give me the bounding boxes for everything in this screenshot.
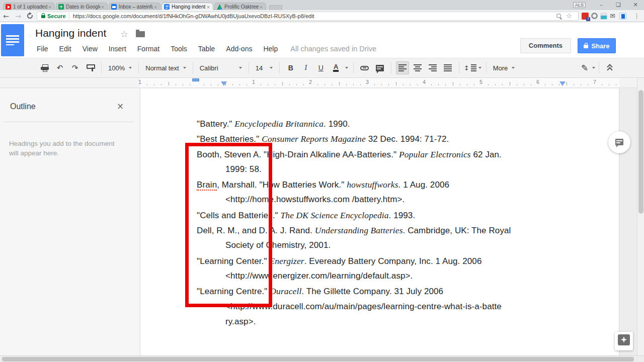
bibliography-line[interactable]: ry.asp>. xyxy=(197,314,511,329)
ruler-scale[interactable]: 11234567 xyxy=(140,78,619,87)
browser-tab[interactable]: Inbox – asteinfurth@alsp× xyxy=(109,3,160,11)
forward-icon: → xyxy=(12,12,24,20)
text-color-button[interactable]: A xyxy=(330,61,343,74)
insert-comment-button[interactable] xyxy=(373,61,386,74)
menu-addons[interactable]: Add-ons xyxy=(220,42,258,55)
extension-mail-icon[interactable]: ✉ xyxy=(610,13,617,20)
align-center-button[interactable] xyxy=(411,61,424,74)
redo-button[interactable]: ↷ xyxy=(68,61,82,74)
minimize-button[interactable]: – xyxy=(593,0,610,10)
font-size-select[interactable]: 14 xyxy=(253,61,276,74)
ruler[interactable]: 11234567 xyxy=(0,78,644,88)
tab-close-icon[interactable]: × xyxy=(259,5,264,10)
bookmark-star-icon[interactable]: ☆ xyxy=(566,12,572,20)
docs-home-icon[interactable] xyxy=(1,24,24,56)
horizontal-scrollbar-thumb[interactable] xyxy=(2,357,634,361)
menu-tools[interactable]: Tools xyxy=(165,42,193,55)
divider xyxy=(69,13,69,19)
extension-gear-icon[interactable] xyxy=(591,13,598,19)
menu-help[interactable]: Help xyxy=(258,42,283,55)
menu-format[interactable]: Format xyxy=(132,42,165,55)
citation-text: 32 Dec. 1994: 71-72. xyxy=(366,134,449,144)
extension-blue-icon[interactable] xyxy=(619,13,626,20)
citation-italic-text: howstuffworks xyxy=(347,179,398,190)
line-spacing-button[interactable]: ↕ xyxy=(464,61,481,74)
drive-icon xyxy=(217,4,222,10)
ruler-tick xyxy=(268,84,268,85)
paint-format-button[interactable] xyxy=(84,61,97,74)
url-text[interactable]: https://docs.google.com/document/d/1fNHk… xyxy=(73,13,314,19)
back-icon[interactable]: ← xyxy=(0,12,12,20)
star-document-icon[interactable]: ☆ xyxy=(120,29,128,39)
profile-badge[interactable]: ALS xyxy=(573,2,586,8)
bibliography-line[interactable]: "Battery." Encyclopedia Britannica. 1990… xyxy=(197,116,511,131)
browser-menu-icon[interactable]: ⋮ xyxy=(633,12,640,20)
editing-mode-button[interactable]: ✎ xyxy=(578,61,591,74)
menu-edit[interactable]: Edit xyxy=(54,42,77,55)
browser-tab[interactable]: Prolific Oaktree - Googl× xyxy=(214,3,266,11)
tab-close-icon[interactable]: × xyxy=(153,5,158,10)
menu-insert[interactable]: Insert xyxy=(103,42,132,55)
menu-file[interactable]: File xyxy=(31,42,54,55)
ruler-tick xyxy=(353,84,354,85)
browser-window: 1 of 1 uploaded - YouTu×Dates in Google … xyxy=(0,0,644,362)
divider xyxy=(193,62,193,73)
share-button[interactable]: Share xyxy=(578,38,616,53)
zoom-select[interactable]: 100% xyxy=(105,61,135,74)
left-indent-marker[interactable] xyxy=(221,81,227,86)
ruler-tick xyxy=(410,84,411,85)
close-button[interactable]: ✕ xyxy=(627,0,644,10)
secure-label[interactable]: Secure xyxy=(47,13,66,19)
explore-button[interactable] xyxy=(615,332,633,350)
address-bar[interactable]: Secure https://docs.google.com/document/… xyxy=(37,12,579,21)
tab-close-icon[interactable]: × xyxy=(47,5,52,10)
reload-icon[interactable] xyxy=(27,13,33,19)
more-button[interactable]: More xyxy=(490,61,518,74)
ruler-tick xyxy=(524,84,524,85)
insert-link-button[interactable] xyxy=(358,61,371,74)
tab-strip: 1 of 1 uploaded - YouTu×Dates in Google … xyxy=(0,0,644,11)
extension-red-icon[interactable]: 7 xyxy=(582,13,589,20)
chevron-down-icon xyxy=(270,67,273,69)
move-to-folder-icon[interactable] xyxy=(136,31,145,37)
chevron-down-icon[interactable] xyxy=(592,67,595,69)
collapse-toolbar-button[interactable] xyxy=(604,61,617,74)
paragraph-style-select[interactable]: Normal text xyxy=(142,61,189,74)
citation-text: . 1990. xyxy=(324,119,350,129)
divider xyxy=(249,62,249,73)
extension-teal-icon[interactable] xyxy=(600,13,607,20)
close-icon[interactable]: × xyxy=(117,101,124,111)
browser-tab[interactable]: Hanging indent - Googl× xyxy=(162,3,213,11)
undo-button[interactable]: ↶ xyxy=(53,61,66,74)
zoom-page-icon[interactable] xyxy=(556,14,561,18)
menu-table[interactable]: Table xyxy=(193,42,220,55)
tab-close-icon[interactable]: × xyxy=(100,5,105,10)
bold-button[interactable]: B xyxy=(284,61,297,74)
citation-text: . Cambridge, UK: The Royal xyxy=(403,226,511,235)
align-left-button[interactable] xyxy=(396,61,409,74)
align-right-button[interactable] xyxy=(426,61,439,74)
chevron-down-icon[interactable] xyxy=(345,67,348,69)
comments-button[interactable]: Comments xyxy=(520,38,571,53)
menu-view[interactable]: View xyxy=(77,42,103,55)
maximize-button[interactable]: ❏ xyxy=(610,0,627,10)
document-title[interactable]: Hanging indent xyxy=(35,27,106,39)
tab-title: Inbox – asteinfurth@alsp xyxy=(119,4,153,10)
horizontal-scrollbar[interactable] xyxy=(0,355,644,362)
print-button[interactable] xyxy=(38,61,51,74)
first-line-indent-marker[interactable] xyxy=(192,78,199,81)
underline-button[interactable]: U xyxy=(314,61,328,74)
browser-tab[interactable]: Dates in Google Sheets× xyxy=(56,3,108,11)
citation-italic-text: Consumer Reports Magazine xyxy=(262,134,366,144)
vertical-scrollbar[interactable] xyxy=(637,78,644,355)
vertical-scrollbar-thumb[interactable] xyxy=(638,90,643,214)
font-select[interactable]: Calibri xyxy=(197,61,245,74)
browser-tab[interactable]: 1 of 1 uploaded - YouTu× xyxy=(3,3,55,11)
add-comment-button[interactable] xyxy=(608,131,630,153)
right-indent-marker[interactable] xyxy=(559,81,566,86)
italic-button[interactable]: I xyxy=(299,61,312,74)
align-justify-button[interactable] xyxy=(441,61,454,74)
ruler-tick xyxy=(453,82,453,85)
ruler-tick xyxy=(154,84,154,85)
tab-close-icon[interactable]: × xyxy=(206,5,211,10)
